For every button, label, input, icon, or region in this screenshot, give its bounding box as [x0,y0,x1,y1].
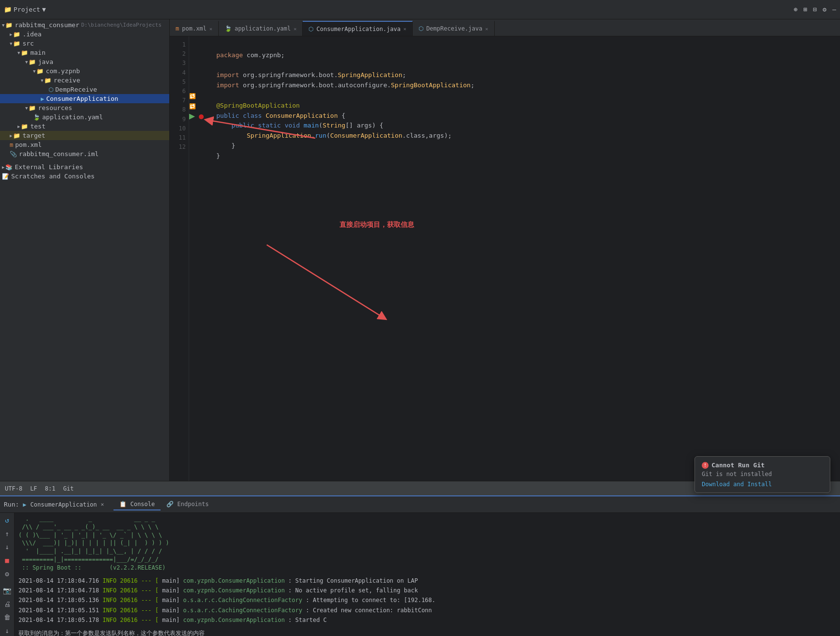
tab-label: ConsumerApplication.java [316,26,400,32]
sidebar-item-resources[interactable]: 📁 resources [0,103,169,112]
run-panel-close[interactable]: ✕ [101,501,104,508]
stop-button[interactable]: ■ [2,555,13,566]
breakpoint-marker[interactable] [199,114,204,119]
project-dropdown-arrow[interactable]: ▼ [42,6,46,13]
expand-arrow [17,50,20,55]
status-cursor: 8:1 [45,485,56,492]
expand-arrow [10,133,12,138]
line-numbers: 12345 678910 1112 [170,36,189,481]
log-line-1: 2021-08-14 17:18:04.716 INFO 20616 --- [… [18,576,836,586]
sidebar-item-scratches[interactable]: 📝 Scratches and Consoles [0,172,169,181]
notification-link[interactable]: Download and Install [702,481,772,488]
java-tab-icon-2: ⬡ [419,25,423,32]
sidebar-item-java[interactable]: 📁 java [0,57,169,66]
scroll-up-button[interactable]: ↑ [2,528,13,539]
notification-body: Git is not installed [702,471,823,477]
code-content[interactable]: package com.yzpnb; import org.springfram… [209,36,840,481]
sidebar-item-label: resources [38,104,72,111]
java-file-icon: ⬡ [48,86,53,93]
run-left-toolbar: ↺ ↑ ↓ ■ ⚙ 📷 🖨 🗑 ↓ [0,513,15,636]
scroll-down-button[interactable]: ↓ [2,542,13,553]
run-panel: Run: ▶ ConsumerApplication ✕ 📋 Console 🔗… [0,495,840,636]
sidebar-item-main[interactable]: 📁 main [0,48,169,57]
project-folder-icon: 📁 [4,6,12,13]
tabs-bar: m pom.xml ✕ 🍃 application.yaml ✕ ⬡ Consu… [170,19,840,36]
yaml-file-icon: 🍃 [33,114,40,121]
sidebar-item-receive[interactable]: 📁 receive [0,76,169,85]
sidebar-item-target[interactable]: 📁 target [0,131,169,140]
console-output[interactable]: . ____ _ __ _ _ /\\ / ___'_ __ _ _(_)_ _… [15,513,840,636]
yaml-tab-icon: 🍃 [225,25,232,32]
code-line-6: @SpringBootApplication [216,102,300,109]
tab-label: application.yaml [235,25,291,32]
run-app-icon: ▶ [23,501,26,508]
sidebar-item-consumerapplication[interactable]: ▶ ConsumerApplication [0,94,169,103]
sidebar-item-idea[interactable]: 📁 .idea [0,30,169,39]
settings-run-button[interactable]: ⚙ [2,569,13,579]
expand-arrow [33,68,35,74]
tab-consumer-application[interactable]: ⬡ ConsumerApplication.java ✕ [303,21,412,36]
run-panel-header: Run: ▶ ConsumerApplication ✕ 📋 Console 🔗… [0,496,840,513]
print-button[interactable]: 🖨 [2,599,13,609]
folder-icon: 📁 [13,31,20,38]
sidebar-item-label: src [22,40,33,47]
layout-icon[interactable]: ⊞ [804,6,808,13]
sidebar-item-src[interactable]: 📁 src [0,39,169,48]
rerun-button[interactable]: ↺ [2,515,13,525]
settings-icon[interactable]: ⚙ [823,6,826,13]
run-tab-console[interactable]: 📋 Console [113,499,161,510]
iml-file-icon: 📎 [10,151,17,158]
tab-close-pom[interactable]: ✕ [210,26,212,32]
external-libraries-icon: 📚 [5,164,13,171]
run-app-name: ConsumerApplication [31,501,97,508]
sidebar-item-rabbitmq-consumer[interactable]: 📁 rabbitmq_consumer D:\biancheng\IdeaPro… [0,20,169,30]
gutter: 🔁 🔁 [189,36,199,481]
status-git: Git [63,485,74,492]
tab-label: pom.xml [182,25,207,32]
sidebar-item-pom-xml[interactable]: m pom.xml [0,140,169,149]
expand-arrow [10,41,12,46]
tab-pom-xml[interactable]: m pom.xml ✕ [170,21,219,36]
sidebar-item-label: java [38,58,53,65]
sidebar-item-test[interactable]: 📁 test [0,122,169,131]
run-tab-endpoints[interactable]: 🔗 Endpoints [161,499,214,510]
scratches-icon: 📝 [2,173,9,180]
sidebar-item-dempreceive[interactable]: ⬡ DempReceive [0,85,169,94]
footer-message: 获取到的消息为：第一个参数是发送队列名称，这个参数代表发送的内容 [18,628,836,636]
sidebar: 📁 rabbitmq_consumer D:\biancheng\IdeaPro… [0,19,170,481]
log-line-2: 2021-08-14 17:18:04.718 INFO 20616 --- [… [18,586,836,595]
sidebar-item-com-yzpnb[interactable]: 📁 com.yzpnb [0,66,169,76]
run-gutter-btn[interactable] [189,114,195,120]
project-label[interactable]: 📁 Project ▼ [4,6,46,13]
sidebar-item-label: com.yzpnb [46,67,80,75]
xml-tab-icon: m [176,25,179,32]
sidebar-item-label: application.yaml [42,113,103,121]
clear-button[interactable]: 🗑 [2,612,13,622]
tab-close-consumer[interactable]: ✕ [404,26,406,32]
folder-icon: 📁 [29,59,36,65]
sidebar-item-label: pom.xml [15,141,42,148]
tab-close-yaml[interactable]: ✕ [293,26,296,32]
minimize-icon[interactable]: — [832,6,836,13]
sidebar-item-label: .idea [22,31,41,38]
code-line-4: import org.springframework.boot.autoconf… [216,81,474,89]
expand-arrow [17,124,20,129]
breakpoint-gutter [199,36,209,481]
camera-button[interactable]: 📷 [2,585,13,596]
bottom-arrow-button[interactable]: ↓ [2,625,13,636]
project-path: D:\biancheng\IdeaProjects [81,22,162,28]
tab-close-demp[interactable]: ✕ [485,26,488,32]
endpoints-tab-icon: 🔗 [166,501,174,508]
sidebar-item-iml[interactable]: 📎 rabbitmq_consumer.iml [0,149,169,159]
code-line-10: } [216,142,235,149]
sidebar-item-external-libraries[interactable]: 📚 External Libraries [0,162,169,172]
sidebar-item-application-yaml[interactable]: 🍃 application.yaml [0,112,169,122]
code-line-7: public class ConsumerApplication { [216,112,345,119]
folder-icon: 📁 [21,123,28,130]
tab-demp-receive[interactable]: ⬡ DempReceive.java ✕ [413,21,495,36]
status-encoding: UTF-8 [5,485,22,492]
tab-application-yaml[interactable]: 🍃 application.yaml ✕ [219,21,303,36]
sidebar-item-label: Scratches and Consoles [11,173,95,180]
split-icon[interactable]: ⊟ [813,6,817,13]
add-icon[interactable]: ⊕ [794,6,798,13]
